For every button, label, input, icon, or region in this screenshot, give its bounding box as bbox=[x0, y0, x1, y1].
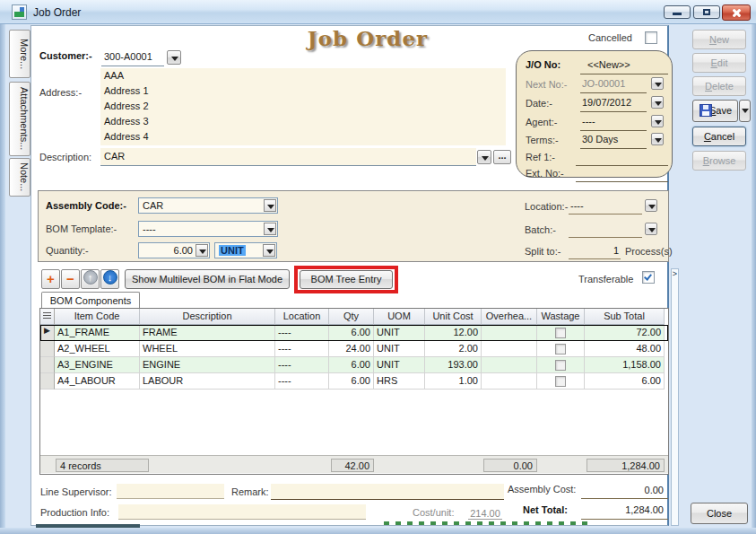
uom-combo[interactable]: UNIT bbox=[214, 242, 277, 258]
side-tab-attachments[interactable]: Attachments... bbox=[9, 82, 30, 156]
customer-field[interactable]: 300-A0001 bbox=[101, 48, 164, 66]
cell-uom[interactable]: HRS bbox=[374, 373, 425, 390]
flat-mode-button[interactable]: Show Multilevel BOM in Flat Mode bbox=[125, 269, 290, 289]
terms-dropdown-button[interactable] bbox=[651, 133, 664, 145]
date-field[interactable]: 19/07/2012 bbox=[580, 94, 647, 112]
close-window-button[interactable] bbox=[722, 4, 751, 21]
edit-button[interactable]: Edit bbox=[692, 53, 746, 73]
splitter-handle[interactable]: > bbox=[671, 268, 679, 526]
cell-qty[interactable]: 6.00 bbox=[329, 373, 374, 390]
maximize-button[interactable] bbox=[693, 5, 720, 19]
assembly-code-combo[interactable]: CAR bbox=[138, 197, 278, 214]
tab-bom-components[interactable]: BOM Components bbox=[41, 292, 140, 309]
batch-dropdown-button[interactable] bbox=[645, 223, 657, 235]
cell-wastage[interactable] bbox=[537, 325, 585, 341]
cell-qty[interactable]: 6.00 bbox=[329, 357, 374, 373]
cell-unit-cost[interactable]: 1.00 bbox=[425, 373, 482, 390]
table-row[interactable]: ▶ A1_FRAME FRAME ---- 6.00 UNIT 12.00 72… bbox=[40, 325, 668, 341]
cell-description[interactable]: WHEEL bbox=[140, 341, 275, 357]
browse-button[interactable]: Browse bbox=[692, 151, 746, 171]
cell-location[interactable]: ---- bbox=[275, 357, 329, 373]
cell-overhead[interactable] bbox=[482, 373, 537, 390]
cell-uom[interactable]: UNIT bbox=[374, 357, 425, 373]
cell-description[interactable]: FRAME bbox=[140, 325, 275, 341]
ref1-field[interactable] bbox=[576, 149, 668, 166]
side-tab-more[interactable]: More... bbox=[9, 30, 30, 78]
agent-field[interactable]: ---- bbox=[580, 113, 647, 131]
cell-item-code[interactable]: A2_WHEEL bbox=[55, 341, 140, 357]
split-to-field[interactable]: 1 bbox=[569, 242, 621, 259]
transferable-checkbox[interactable] bbox=[642, 271, 655, 284]
cell-item-code[interactable]: A4_LABOUR bbox=[55, 373, 140, 390]
next-no-dropdown-button[interactable] bbox=[651, 77, 664, 90]
col-header-sub-total[interactable]: Sub Total bbox=[585, 309, 665, 325]
col-header-description[interactable]: Description bbox=[140, 309, 275, 325]
uom-dropdown[interactable] bbox=[263, 244, 275, 257]
new-button[interactable]: New bbox=[692, 30, 746, 49]
line-supervisor-input[interactable] bbox=[117, 484, 224, 499]
cell-unit-cost[interactable]: 2.00 bbox=[425, 341, 482, 357]
cell-unit-cost[interactable]: 193.00 bbox=[425, 357, 482, 373]
wastage-checkbox[interactable] bbox=[555, 360, 566, 371]
side-tab-note[interactable]: Note... bbox=[9, 158, 30, 197]
cell-unit-cost[interactable]: 12.00 bbox=[425, 325, 482, 341]
cell-qty[interactable]: 24.00 bbox=[329, 341, 374, 357]
title-bar[interactable]: Job Order bbox=[0, 0, 756, 24]
cell-location[interactable]: ---- bbox=[275, 373, 329, 390]
bom-template-dropdown[interactable] bbox=[264, 223, 276, 235]
cell-overhead[interactable] bbox=[482, 325, 537, 341]
wastage-checkbox[interactable] bbox=[555, 328, 566, 338]
cell-sub-total[interactable]: 1,158.00 bbox=[585, 357, 665, 373]
cell-sub-total[interactable]: 6.00 bbox=[585, 373, 665, 390]
description-browse-button[interactable]: ... bbox=[493, 150, 511, 164]
quantity-dropdown[interactable] bbox=[196, 244, 208, 257]
col-header-unit-cost[interactable]: Unit Cost bbox=[425, 309, 482, 325]
cell-overhead[interactable] bbox=[482, 341, 537, 357]
remove-row-button[interactable]: − bbox=[61, 269, 80, 289]
cell-uom[interactable]: UNIT bbox=[374, 341, 425, 357]
cancel-button[interactable]: Cancel bbox=[692, 127, 746, 146]
cell-sub-total[interactable]: 72.00 bbox=[585, 325, 665, 341]
close-button[interactable]: Close bbox=[691, 503, 748, 524]
description-field[interactable]: CAR bbox=[100, 148, 476, 166]
cell-wastage[interactable] bbox=[537, 341, 585, 357]
cell-description[interactable]: LABOUR bbox=[140, 373, 275, 390]
move-down-button[interactable]: ↓ bbox=[100, 269, 119, 289]
wastage-checkbox[interactable] bbox=[555, 376, 566, 387]
col-header-item-code[interactable]: Item Code bbox=[55, 309, 140, 325]
bom-template-combo[interactable]: ---- bbox=[138, 221, 278, 237]
quantity-field[interactable]: 6.00 bbox=[138, 242, 210, 258]
col-header-location[interactable]: Location bbox=[275, 309, 329, 325]
terms-field[interactable]: 30 Days bbox=[580, 131, 647, 149]
cell-qty[interactable]: 6.00 bbox=[329, 325, 374, 341]
wastage-checkbox[interactable] bbox=[555, 344, 566, 355]
description-dropdown-button[interactable] bbox=[477, 150, 491, 164]
remark-input[interactable] bbox=[271, 484, 504, 500]
selector-header[interactable] bbox=[40, 309, 55, 325]
batch-field[interactable] bbox=[569, 221, 642, 238]
cell-description[interactable]: ENGINE bbox=[140, 357, 275, 373]
customer-dropdown-button[interactable] bbox=[167, 50, 181, 65]
save-split-dropdown-button[interactable] bbox=[739, 100, 751, 122]
ext-no-field[interactable] bbox=[576, 165, 668, 182]
col-header-qty[interactable]: Qty bbox=[329, 309, 374, 325]
cell-uom[interactable]: UNIT bbox=[374, 325, 425, 341]
save-button[interactable]: Save bbox=[692, 100, 738, 122]
table-row[interactable]: A2_WHEEL WHEEL ---- 24.00 UNIT 2.00 48.0… bbox=[40, 341, 668, 357]
location-field[interactable]: ---- bbox=[569, 197, 642, 214]
location-dropdown-button[interactable] bbox=[645, 199, 657, 212]
assembly-code-dropdown[interactable] bbox=[264, 199, 276, 212]
add-row-button[interactable]: + bbox=[41, 269, 60, 289]
delete-button[interactable]: Delete bbox=[692, 76, 746, 96]
cell-sub-total[interactable]: 48.00 bbox=[585, 341, 665, 357]
cell-overhead[interactable] bbox=[482, 357, 537, 373]
cell-item-code[interactable]: A3_ENGINE bbox=[55, 357, 140, 373]
production-info-input[interactable] bbox=[118, 504, 366, 520]
cancelled-checkbox[interactable] bbox=[645, 31, 657, 44]
col-header-wastage[interactable]: Wastage bbox=[537, 309, 585, 325]
cell-location[interactable]: ---- bbox=[275, 341, 329, 357]
move-up-button[interactable]: ↑ bbox=[81, 269, 100, 289]
minimize-button[interactable] bbox=[664, 5, 691, 19]
date-dropdown-button[interactable] bbox=[651, 96, 664, 109]
col-header-overhead[interactable]: Overhea... bbox=[482, 309, 537, 325]
